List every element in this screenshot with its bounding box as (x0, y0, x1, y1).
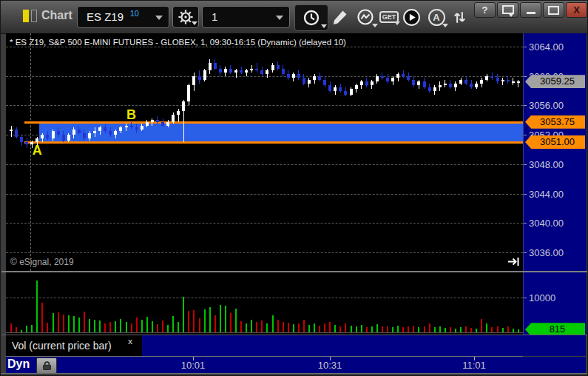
candle-body (182, 101, 185, 110)
candle-body (277, 65, 280, 69)
candle-wick (152, 118, 152, 126)
candle-body (334, 87, 337, 91)
candle-body (454, 84, 457, 87)
candle-body (271, 65, 274, 70)
window-titlebar[interactable]: Chart ES Z19 10 1 (1, 1, 588, 34)
candle-wick (11, 126, 12, 137)
volume-bar (434, 327, 436, 332)
price-gridline (6, 47, 523, 47)
alert-annotation-button[interactable]: A (424, 4, 449, 30)
candle-body (282, 69, 285, 74)
volume-bar (246, 323, 247, 332)
session-start-gridline (30, 33, 31, 271)
candle-body (62, 135, 65, 140)
volume-pane[interactable] (6, 272, 523, 335)
close-button[interactable]: X (566, 2, 587, 18)
price-axis-tick (524, 164, 527, 165)
volume-bar (94, 320, 95, 332)
dynamic-mode-label[interactable]: Dyn (7, 357, 30, 371)
candle-body (407, 76, 410, 80)
candle-body (381, 76, 384, 78)
candle-body (266, 70, 268, 74)
volume-bar (502, 328, 504, 332)
maximize-button[interactable] (543, 2, 564, 18)
volume-bar (308, 325, 310, 332)
price-axis-tick (524, 223, 527, 224)
candle-body (67, 135, 70, 140)
volume-bar (16, 327, 17, 332)
get-data-button[interactable]: GET (377, 7, 401, 27)
play-icon (402, 8, 421, 27)
volume-bar (209, 307, 211, 332)
volume-bar (491, 327, 493, 332)
candle-body (323, 80, 326, 85)
candle-body (214, 63, 217, 68)
minimize-button[interactable] (520, 2, 541, 18)
candle-body (219, 69, 222, 73)
candle-body (485, 76, 488, 80)
volume-bar (172, 316, 174, 332)
popout-button[interactable] (497, 2, 518, 18)
volume-axis[interactable]: 10000815 (523, 272, 587, 335)
volume-bar (283, 322, 284, 332)
draw-pencil-button[interactable] (329, 4, 351, 30)
volume-bar (89, 319, 90, 332)
volume-bar (131, 323, 132, 332)
candle-body (517, 81, 520, 83)
go-to-latest-icon[interactable] (507, 256, 520, 269)
time-axis-bar[interactable]: Dyn 10:0110:3111:01 (6, 357, 586, 373)
volume-bar (329, 322, 331, 332)
volume-bar (298, 323, 300, 332)
interval-combo[interactable]: 1 (202, 6, 290, 28)
volume-bar (235, 309, 237, 332)
volume-bar (351, 326, 352, 332)
symbol-combo[interactable]: ES Z19 10 (77, 6, 169, 28)
lock-scale-button[interactable] (36, 357, 57, 374)
candle-body (20, 137, 23, 142)
volume-bar (513, 329, 514, 332)
volume-bar (334, 325, 336, 332)
candle-body (355, 85, 358, 89)
volume-bar (450, 327, 451, 332)
play-button[interactable] (400, 4, 422, 30)
volume-bar (204, 309, 206, 332)
price-axis[interactable]: 3064.003060.003056.003052.003048.003044.… (523, 33, 587, 271)
symbol-settings-button[interactable] (172, 6, 199, 28)
volume-bar (136, 318, 138, 332)
price-axis-tick (524, 252, 527, 253)
candle-body (396, 74, 399, 78)
volume-bar (486, 323, 487, 332)
candle-wick (257, 63, 257, 72)
volume-bar (230, 313, 232, 332)
horizontal-level-line[interactable] (24, 141, 523, 144)
volume-bar (392, 327, 393, 332)
candle-body (141, 126, 143, 130)
candle-body (287, 74, 290, 78)
volume-bar (99, 320, 101, 332)
candle-body (512, 81, 515, 83)
chevron-down-icon (155, 16, 163, 20)
volume-bar (429, 323, 430, 332)
candle-body (371, 81, 374, 85)
window-title: Chart (41, 9, 72, 22)
volume-bar (78, 318, 80, 332)
price-axis-tick (524, 105, 527, 106)
candle-body (15, 130, 18, 137)
volume-bar (104, 323, 106, 332)
symbol-superscript: 10 (130, 9, 139, 18)
candle-body (297, 74, 300, 78)
help-button[interactable]: ? (474, 2, 496, 18)
volume-bar (188, 311, 189, 332)
price-gridline (6, 76, 523, 77)
volume-bar (413, 326, 414, 332)
price-pane[interactable]: * ES Z19, S&P 500 E-MINI FUTURES - GLOBE… (6, 33, 523, 271)
indicator-button[interactable] (352, 4, 379, 30)
volume-bar (376, 324, 378, 332)
volume-bar (109, 322, 111, 332)
refresh-swap-button[interactable] (450, 4, 469, 30)
close-indicator-icon[interactable]: x (128, 337, 132, 346)
time-axis-label: 10:31 (318, 360, 342, 371)
horizontal-level-line[interactable] (24, 121, 523, 124)
volume-bar (84, 312, 85, 332)
time-template-button[interactable] (294, 4, 328, 31)
